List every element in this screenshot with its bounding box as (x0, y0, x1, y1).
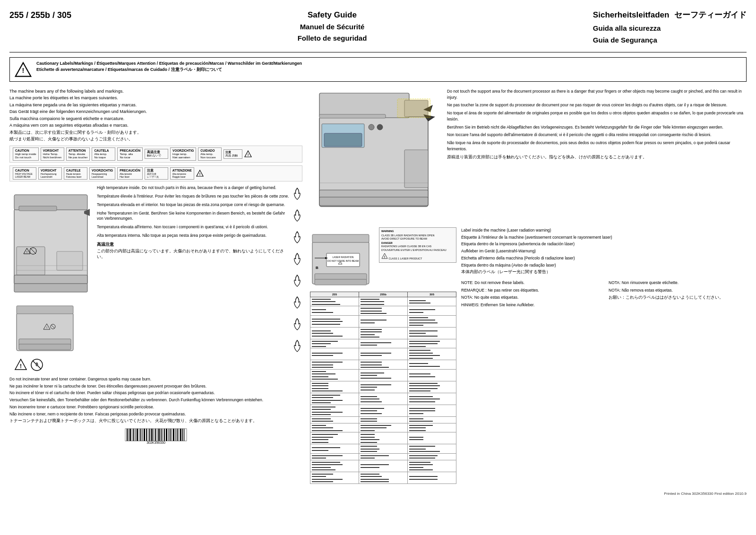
intro-line-4: Das Gerät trägt eine der folgenden Kennz… (9, 109, 302, 115)
intro-line-5: Sulla macchina compaiono le seguenti eti… (9, 116, 302, 122)
table-row: ▬▬▬▬▬▬▬▬▬▬▬▬▬▬▬▬▬▬▬▬ (359, 460, 408, 472)
left-column: The machine bears any of the following l… (9, 88, 302, 484)
table-row: ▬▬▬▬▬▬▬▬▬▬▬▬▬▬▬▬▬▬▬▬▬▬▬▬▬▬▬▬▬▬▬▬▬▬ (310, 369, 359, 381)
svg-text:DO NOT STARE INTO BEAM: DO NOT STARE INTO BEAM (327, 259, 359, 262)
svg-rect-56 (168, 429, 169, 441)
laser-label-area: LASER RADIATION DO NOT STARE INTO BEAM ! (310, 227, 456, 289)
svg-rect-21 (17, 306, 73, 314)
svg-text:!: ! (20, 363, 22, 370)
intro-line-3: La máquina tiene pegada una de las sigui… (9, 102, 302, 109)
svg-point-76 (369, 124, 374, 130)
table-row: ▬▬▬▬▬▬▬▬▬▬▬▬▬▬▬▬▬▬▬▬ (408, 369, 456, 381)
caution-label-es: CAUTELA Alta temp.No toque (92, 147, 115, 161)
right-para-it: Non toccare l'area del supporto dell'ali… (447, 132, 747, 138)
table-row: ▬▬▬▬▬▬▬▬▬▬▬▬▬▬▬▬▬▬▬▬▬▬▬▬▬ (310, 339, 359, 348)
right-top-description: Do not touch the support area for the do… (447, 88, 747, 222)
flame-icon-5 (292, 274, 302, 289)
svg-rect-9 (17, 247, 45, 275)
svg-rect-8 (19, 206, 57, 211)
temp-para-es: Temperatura elevada en el interior. No t… (97, 202, 289, 208)
flame-icon-8 (292, 339, 302, 354)
table-row: ▬▬▬▬▬▬▬▬▬▬▬▬▬▬▬▬▬▬▬ (310, 444, 359, 454)
table-row: ▬▬▬▬▬▬▬▬▬▬▬▬▬▬▬▬▬▬▬▬▬▬▬▬ (408, 423, 456, 432)
toner-line-5: Non incenerire toner e cartucce toner. P… (9, 404, 302, 410)
label-strip-2: CAUTION HIGH VOLTAGELASER BEAM VORSICHT … (9, 165, 302, 181)
page-header: 255 / 255b / 305 Safety Guide Manuel de … (9, 5, 747, 52)
caution-triangle-small: ! (244, 150, 252, 158)
right-para-de: Berühren Sie im Betrieb nicht die Ablage… (447, 124, 747, 130)
note-5: NOTA: No quite estas etiquetas. (461, 294, 599, 301)
toner-line-6: Não incinere o toner, nem o recipiente d… (9, 411, 302, 417)
table-row: ▬▬▬▬▬▬▬▬▬▬▬▬▬▬▬▬▬▬▬▬▬▬▬▬ (408, 472, 456, 483)
toner-line-3: No incinere el tóner ni el cartucho de t… (9, 390, 302, 396)
temp-para-fr: Température élevée à l'intérieur. Pour é… (97, 194, 289, 199)
laser-line-6: Etiqueta dentro da máquina (Aviso de rad… (461, 262, 747, 268)
right-bottom-text-area: Label inside the machine (Laser radiatio… (461, 227, 747, 484)
table-row: ▬▬▬▬▬▬▬▬▬▬▬▬▬▬▬▬▬▬▬▬▬▬▬▬▬▬ (359, 381, 408, 393)
svg-rect-11 (14, 284, 87, 292)
table-row: ▬▬▬▬▬▬▬▬▬▬▬▬▬▬▬▬▬▬▬▬▬▬ (359, 348, 408, 360)
caution-label-nl: VOORZICHTIG Hoge temp.Niet aanraken (170, 147, 196, 161)
safety-guide-italian: Guida alla sicurezza (593, 24, 661, 32)
svg-rect-73 (319, 197, 428, 206)
svg-rect-68 (319, 93, 409, 118)
toner-line-1: Do not incinerate toner and toner contai… (9, 376, 302, 382)
svg-text:B: B (316, 266, 318, 270)
table-row: ▬▬▬▬▬▬▬▬▬▬▬▬▬▬▬▬▬▬▬▬▬▬▬ (408, 453, 456, 460)
svg-text:LASER RADIATION: LASER RADIATION (333, 256, 354, 259)
table-row: ▬▬▬▬▬▬▬▬▬▬▬▬▬▬▬▬▬▬▬▬▬▬▬▬▬▬▬▬▬▬▬▬▬▬▬▬▬▬▬ (310, 405, 359, 416)
table-row: ▬▬▬▬▬▬▬▬▬▬▬▬▬▬▬▬▬▬▬▬▬▬ (310, 348, 359, 360)
right-column: Do not touch the support area for the do… (310, 88, 747, 484)
printer-temp-area: ! ! (9, 185, 302, 371)
table-row: ▬▬▬▬▬▬▬▬▬▬▬▬▬▬▬▬▬▬▬▬▬▬▬▬▬▬▬▬ (359, 297, 408, 306)
svg-rect-48 (154, 429, 154, 441)
flame-icon-1 (292, 187, 302, 202)
svg-rect-46 (149, 429, 150, 441)
svg-rect-53 (163, 429, 163, 441)
table-row: ▬▬▬▬▬▬▬▬▬▬▬▬▬▬▬▬▬▬▬▬▬▬ (359, 444, 408, 454)
svg-rect-52 (161, 429, 162, 441)
table-row: ▬▬▬▬▬▬▬▬▬▬▬▬▬▬▬▬▬ (408, 306, 456, 316)
table-row: ▬▬▬▬▬▬▬▬▬▬▬▬▬▬▬▬▬▬▬▬▬▬▬▬▬▬▬▬▬▬▬▬▬▬▬▬▬▬▬▬… (310, 460, 359, 472)
safety-guide-portuguese: Guia de Segurança (593, 36, 657, 44)
svg-rect-65 (184, 429, 185, 441)
notes-section: NOTE: Do not remove these labels. NOTA: … (461, 280, 747, 308)
svg-rect-75 (397, 99, 430, 118)
svg-point-77 (377, 124, 383, 130)
svg-text:!: ! (384, 255, 385, 259)
printer-right-image-container (310, 88, 442, 222)
temp-para-de: Hohe Temperaturen im Gerät. Berühren Sie… (97, 211, 289, 222)
svg-text:!: ! (199, 172, 201, 176)
svg-text:302K356330: 302K356330 (146, 441, 165, 444)
table-row: ▬▬▬▬▬▬▬▬▬▬▬▬▬▬▬▬▬▬▬▬▬▬▬▬▬▬▬▬▬▬▬▬▬▬▬▬▬ (310, 472, 359, 483)
temp-ja-text: この部分の内部は高温になっています。火傷のおそれがありますので、触れないようにし… (97, 249, 289, 260)
note-7: HINWEIS: Entfernen SIe keine Aufkleber. (461, 302, 599, 309)
bottom-warning-symbols: ! (14, 358, 92, 371)
main-content: The machine bears any of the following l… (9, 88, 747, 484)
safety-guide-spanish: Folleto de seguridad (298, 33, 367, 44)
printer-svg-small: ! (14, 303, 76, 355)
fire-warning-icon: ! (14, 358, 27, 371)
table-row: ▬▬▬▬▬▬▬▬▬▬▬▬▬▬▬▬▬▬▬▬ (359, 339, 408, 348)
table-row: ▬▬▬▬▬▬▬▬▬▬▬▬▬▬▬▬▬▬▬▬▬ (408, 360, 456, 370)
caution-label-en: CAUTION High temp insideDo not touch (13, 147, 39, 161)
laser-line-3: Etiqueta dentro de la impresora (adverte… (461, 241, 747, 247)
right-bottom-section: LASER RADIATION DO NOT STARE INTO BEAM ! (310, 227, 747, 484)
svg-text:!: ! (248, 153, 249, 157)
table-row: ▬▬▬▬▬▬▬▬▬▬▬▬▬▬▬▬▬▬▬▬▬▬▬▬▬▬▬▬▬▬▬▬▬▬▬▬▬ (310, 315, 359, 327)
caution-label-it: CUIDADO Alta temp.Non toccare (198, 147, 222, 161)
table-row: ▬▬▬▬▬▬▬▬▬▬▬▬▬▬▬▬▬▬▬▬▬▬▬▬▬▬▬▬▬▬▬▬ (359, 327, 408, 339)
barcode-svg: 302K356330 (123, 428, 189, 445)
table-row: ▬▬▬▬▬▬▬▬▬▬▬▬▬▬▬▬▬▬▬▬▬▬▬▬▬▬▬▬▬ (359, 306, 408, 316)
table-row: ▬▬▬▬▬▬▬▬▬▬▬▬▬▬▬▬▬ (310, 416, 359, 423)
laser-label-text-box: WARNING CLASS 3B LASER RADIATION WHEN OP… (379, 227, 456, 263)
temp-section: High temperature inside. Do not touch pa… (97, 185, 289, 354)
model-number: 255 / 255b / 305 (9, 9, 71, 20)
svg-rect-44 (146, 429, 147, 441)
toner-warning: Do not incinerate toner and toner contai… (9, 376, 302, 424)
table-row: ▬▬▬▬▬▬▬▬▬▬▬▬ (408, 432, 456, 444)
caution2-it: ATTENZIONE Alta tensioneRaggio laser (170, 167, 194, 180)
header-center-titles: Safety Guide Manuel de Sécurité Folleto … (298, 9, 367, 44)
caution2-nl: VOORZICHTIG HoogspanningLaserstraal (89, 167, 115, 180)
table-row: ▬▬▬▬▬▬▬▬▬▬▬▬▬▬▬▬ (408, 297, 456, 306)
